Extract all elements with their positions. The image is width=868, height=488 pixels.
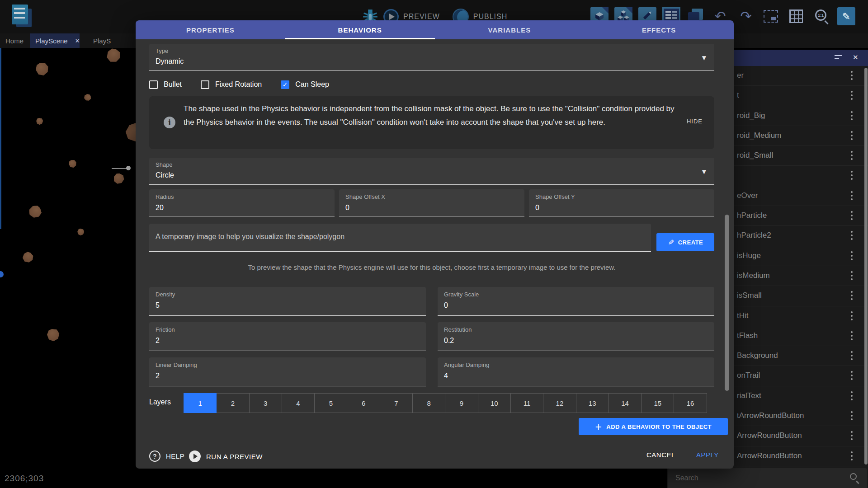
object-anchor-dot[interactable] bbox=[126, 166, 131, 170]
object-menu-icon[interactable] bbox=[851, 91, 853, 100]
redo-icon[interactable]: ↷ bbox=[736, 7, 756, 25]
layer-button[interactable]: 11 bbox=[510, 393, 543, 413]
object-menu-icon[interactable] bbox=[851, 191, 853, 200]
plus-icon: + bbox=[595, 422, 602, 432]
cancel-button[interactable]: CANCEL bbox=[646, 451, 675, 459]
dialog-tab[interactable]: PROPERTIES bbox=[136, 20, 285, 39]
linear-damping-field[interactable]: Linear Damping 2 bbox=[149, 357, 426, 386]
asteroid-object[interactable] bbox=[76, 228, 85, 236]
dialog-scrollbar[interactable] bbox=[725, 215, 729, 391]
object-name: onTrail bbox=[737, 371, 760, 380]
capture-screenshot-icon[interactable] bbox=[764, 10, 778, 23]
layer-button[interactable]: 9 bbox=[445, 393, 478, 413]
object-menu-icon[interactable] bbox=[851, 251, 853, 260]
radius-field[interactable]: Radius 20 bbox=[149, 189, 335, 216]
object-menu-icon[interactable] bbox=[851, 351, 853, 360]
dialog-tab[interactable]: BEHAVIORS bbox=[285, 20, 435, 39]
checkbox-item[interactable]: ✓ Fixed Rotation bbox=[201, 80, 262, 89]
create-button[interactable]: ✎ CREATE bbox=[656, 233, 714, 251]
physics-flags: ✓ Bullet ✓ Fixed Rotation ✓ Can Sleep bbox=[149, 78, 348, 91]
layer-button[interactable]: 14 bbox=[609, 393, 642, 413]
layer-button[interactable]: 1 bbox=[184, 393, 217, 413]
object-menu-icon[interactable] bbox=[851, 131, 853, 140]
layer-button[interactable]: 3 bbox=[249, 393, 282, 413]
layer-button[interactable]: 2 bbox=[216, 393, 249, 413]
layer-button[interactable]: 7 bbox=[380, 393, 413, 413]
object-name: roid_Big bbox=[737, 111, 765, 120]
checkbox-item[interactable]: ✓ Bullet bbox=[149, 80, 182, 89]
layer-button[interactable]: 15 bbox=[641, 393, 674, 413]
tab-playscene-events[interactable]: PlayS bbox=[90, 33, 140, 48]
temporary-image-input[interactable] bbox=[156, 233, 630, 241]
object-menu-icon[interactable] bbox=[851, 411, 853, 420]
object-menu-icon[interactable] bbox=[851, 391, 853, 400]
add-behavior-button[interactable]: + ADD A BEHAVIOR TO THE OBJECT bbox=[579, 418, 728, 435]
density-field[interactable]: Density 5 bbox=[149, 287, 426, 316]
shape-offset-y-field[interactable]: Shape Offset Y 0 bbox=[529, 189, 714, 216]
type-select[interactable]: Type Dynamic ▼ bbox=[149, 44, 714, 71]
search-input[interactable] bbox=[675, 468, 838, 488]
layers-row: Layers 1 2 3 4 bbox=[149, 392, 714, 414]
object-menu-icon[interactable] bbox=[851, 171, 853, 180]
layer-button[interactable]: 4 bbox=[282, 393, 315, 413]
object-menu-icon[interactable] bbox=[851, 271, 853, 280]
scene-selection-handle[interactable] bbox=[0, 271, 4, 277]
object-menu-icon[interactable] bbox=[851, 451, 853, 460]
asteroid-object[interactable] bbox=[104, 48, 123, 65]
layer-button[interactable]: 5 bbox=[314, 393, 347, 413]
run-preview-button[interactable]: RUN A PREVIEW bbox=[189, 450, 263, 462]
layer-button[interactable]: 16 bbox=[674, 393, 707, 413]
gravity-scale-field[interactable]: Gravity Scale 0 bbox=[438, 287, 714, 316]
help-icon: ? bbox=[149, 450, 160, 462]
layer-button[interactable]: 6 bbox=[347, 393, 380, 413]
shape-offset-x-field[interactable]: Shape Offset X 0 bbox=[339, 189, 524, 216]
asteroid-object[interactable] bbox=[84, 94, 91, 101]
publish-button[interactable]: PUBLISH bbox=[473, 13, 507, 21]
panel-close-icon[interactable]: ✕ bbox=[853, 53, 859, 61]
asteroid-object[interactable] bbox=[46, 328, 60, 342]
grid-icon[interactable] bbox=[789, 9, 803, 23]
asteroid-object[interactable] bbox=[20, 250, 35, 264]
layer-button[interactable]: 10 bbox=[478, 393, 511, 413]
restitution-field[interactable]: Restitution 0.2 bbox=[438, 322, 714, 351]
apply-button[interactable]: APPLY bbox=[696, 451, 719, 459]
object-menu-icon[interactable] bbox=[851, 291, 853, 300]
layer-button[interactable]: 8 bbox=[412, 393, 445, 413]
object-menu-icon[interactable] bbox=[851, 231, 853, 240]
object-menu-icon[interactable] bbox=[851, 111, 853, 120]
asteroid-object[interactable] bbox=[69, 160, 76, 168]
friction-field[interactable]: Friction 2 bbox=[149, 322, 426, 351]
preview-hint-text: To preview the shape that the Physics en… bbox=[149, 263, 714, 271]
angular-damping-field[interactable]: Angular Damping 4 bbox=[438, 357, 714, 386]
tab-playscene[interactable]: PlayScene ✕ bbox=[30, 33, 80, 48]
edit-scene-icon[interactable]: ✎ bbox=[837, 7, 855, 25]
panel-scrollbar[interactable] bbox=[864, 68, 868, 465]
asteroid-object[interactable] bbox=[28, 204, 42, 219]
asteroid-object[interactable] bbox=[35, 117, 43, 125]
tab-home[interactable]: Home bbox=[0, 33, 29, 48]
layer-button[interactable]: 12 bbox=[543, 393, 576, 413]
object-menu-icon[interactable] bbox=[851, 331, 853, 340]
hide-button[interactable]: HIDE bbox=[687, 118, 703, 125]
zoom-reset-icon[interactable]: 1:1 bbox=[815, 9, 829, 23]
checkbox-item[interactable]: ✓ Can Sleep bbox=[281, 80, 329, 89]
preview-button[interactable]: PREVIEW bbox=[403, 13, 440, 21]
object-menu-icon[interactable] bbox=[851, 151, 853, 160]
filter-icon[interactable] bbox=[835, 55, 842, 61]
dialog-tab[interactable]: VARIABLES bbox=[435, 20, 585, 39]
dialog-tabbar: PROPERTIES BEHAVIORS VARIABLES EFFECTS bbox=[136, 20, 734, 39]
temporary-image-field[interactable] bbox=[149, 224, 651, 252]
object-menu-icon[interactable] bbox=[851, 311, 853, 320]
shape-select[interactable]: Shape Circle ▼ bbox=[149, 158, 714, 185]
dialog-tab[interactable]: EFFECTS bbox=[584, 20, 734, 39]
object-menu-icon[interactable] bbox=[851, 371, 853, 380]
project-manager-icon[interactable] bbox=[12, 5, 33, 28]
asteroid-object[interactable] bbox=[112, 172, 126, 186]
close-tab-icon[interactable]: ✕ bbox=[75, 38, 80, 44]
asteroid-object[interactable] bbox=[36, 63, 48, 75]
object-menu-icon[interactable] bbox=[851, 431, 853, 440]
help-button[interactable]: ? HELP bbox=[149, 450, 184, 462]
object-menu-icon[interactable] bbox=[851, 71, 853, 80]
object-menu-icon[interactable] bbox=[851, 211, 853, 220]
layer-button[interactable]: 13 bbox=[576, 393, 609, 413]
